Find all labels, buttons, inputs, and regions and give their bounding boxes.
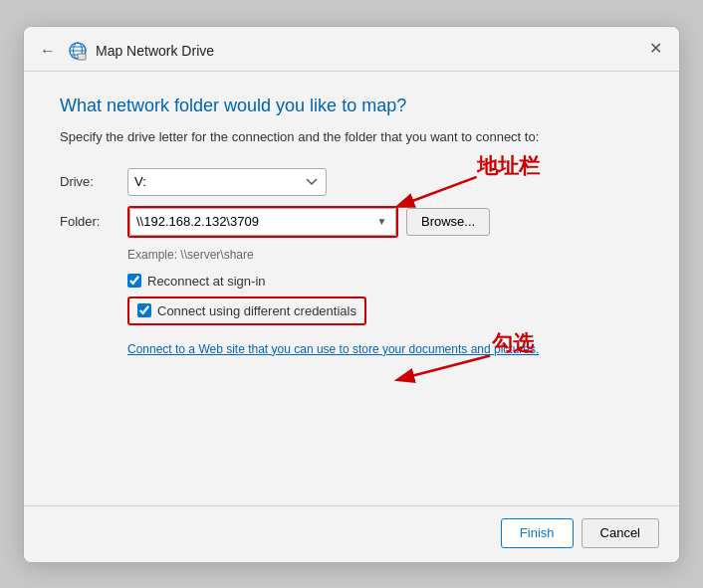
network-drive-icon (68, 41, 88, 61)
description-text: Specify the drive letter for the connect… (60, 128, 643, 146)
credentials-checkbox[interactable] (137, 303, 151, 317)
drive-select[interactable]: V: W: X: Y: Z: (127, 168, 327, 196)
folder-field-row: Folder: ▼ Browse... (60, 206, 643, 238)
folder-input[interactable] (129, 208, 368, 236)
main-content: What network folder would you like to ma… (24, 72, 679, 505)
back-button[interactable]: ← (36, 40, 60, 62)
folder-input-wrap: ▼ (127, 206, 398, 238)
web-link[interactable]: Connect to a Web site that you can use t… (127, 342, 539, 356)
reconnect-checkbox[interactable] (127, 274, 141, 288)
map-network-drive-window: ← Map Network Drive ✕ What network folde… (23, 26, 680, 563)
close-button[interactable]: ✕ (641, 35, 669, 63)
browse-button[interactable]: Browse... (406, 208, 490, 236)
reconnect-label: Reconnect at sign-in (147, 274, 266, 289)
folder-label: Folder: (60, 214, 127, 229)
main-question: What network folder would you like to ma… (60, 96, 643, 116)
reconnect-checkbox-row: Reconnect at sign-in (127, 274, 643, 289)
svg-line-10 (399, 355, 490, 379)
title-bar-left: ← Map Network Drive (36, 40, 214, 62)
credentials-label: Connect using different credentials (157, 303, 356, 318)
example-text: Example: \\server\share (127, 248, 643, 262)
credentials-checkbox-row: Connect using different credentials (127, 296, 366, 325)
title-bar: ← Map Network Drive ✕ (24, 27, 679, 71)
window-title: Map Network Drive (96, 43, 214, 59)
drive-field-row: Drive: V: W: X: Y: Z: (60, 168, 643, 196)
cancel-button[interactable]: Cancel (582, 518, 659, 548)
drive-label: Drive: (60, 174, 127, 189)
finish-button[interactable]: Finish (501, 518, 574, 548)
svg-rect-6 (80, 55, 85, 58)
folder-dropdown-button[interactable]: ▼ (368, 208, 396, 236)
footer: Finish Cancel (24, 505, 679, 562)
